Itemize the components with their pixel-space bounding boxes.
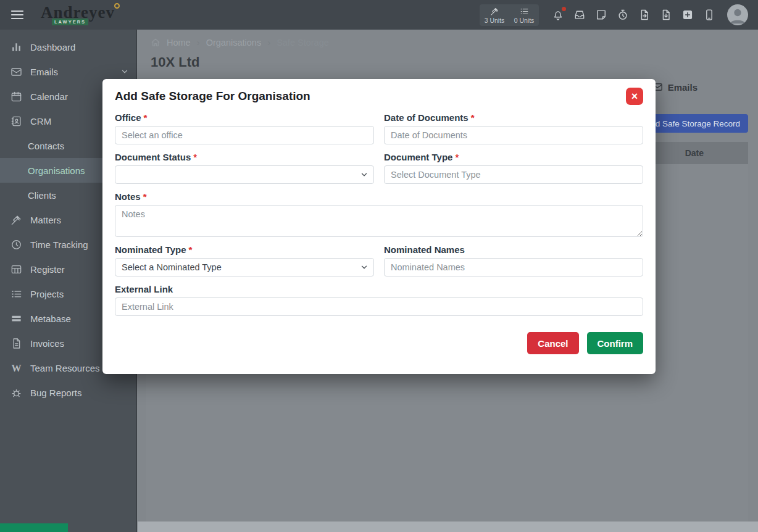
file-export-button[interactable] bbox=[638, 9, 651, 21]
sidebar-item-label: Organisations bbox=[28, 165, 85, 176]
header-actions: 3 Units 0 Units bbox=[480, 4, 748, 26]
required-asterisk: * bbox=[189, 244, 193, 255]
external-link-label: External Link bbox=[115, 284, 173, 294]
sidebar-item-label: Projects bbox=[30, 289, 64, 299]
sidebar-item-bug-reports[interactable]: Bug Reports bbox=[0, 380, 136, 405]
brand-logo[interactable]: Andreyev LAWYERS bbox=[41, 4, 115, 25]
field-external-link: External Link bbox=[115, 284, 643, 316]
file-download-button[interactable] bbox=[660, 9, 672, 21]
sidebar-item-dashboard[interactable]: Dashboard bbox=[0, 35, 136, 59]
sidebar-item-label: Invoices bbox=[30, 338, 64, 349]
required-asterisk: * bbox=[471, 112, 475, 123]
office-input[interactable] bbox=[115, 126, 374, 144]
units-counter-1[interactable]: 3 Units bbox=[480, 4, 509, 26]
date-column-header: Date bbox=[685, 148, 704, 158]
hamburger-menu-icon[interactable] bbox=[10, 7, 25, 22]
notification-badge bbox=[562, 7, 566, 11]
cancel-button[interactable]: Cancel bbox=[527, 332, 578, 354]
sidebar-item-label: Calendar bbox=[30, 91, 68, 102]
nominated-type-label: Nominated Type bbox=[115, 244, 186, 255]
close-button[interactable]: × bbox=[626, 88, 643, 105]
timer-button[interactable] bbox=[617, 9, 629, 21]
brand-tagline: LAWYERS bbox=[52, 19, 88, 25]
required-asterisk: * bbox=[144, 112, 148, 123]
sidebar-item-label: Dashboard bbox=[30, 42, 75, 52]
add-safe-storage-modal: Add Safe Storage For Organisation × Offi… bbox=[102, 79, 656, 374]
field-nominated-names: Nominated Names bbox=[384, 244, 643, 276]
field-nominated-type: Nominated Type* Select a Nominated Type bbox=[115, 244, 374, 276]
confirm-button[interactable]: Confirm bbox=[587, 332, 644, 354]
invoice-file-icon bbox=[10, 338, 22, 349]
document-status-select[interactable] bbox=[115, 165, 374, 184]
notes-label: Notes bbox=[115, 191, 141, 202]
sidebar-item-label: Emails bbox=[30, 67, 58, 77]
bug-icon bbox=[10, 387, 22, 399]
brand-ring-icon bbox=[114, 3, 120, 9]
wiki-w-icon: W bbox=[10, 362, 22, 374]
list-icon bbox=[520, 7, 529, 16]
gavel-icon bbox=[490, 7, 499, 16]
nominated-names-label: Nominated Names bbox=[384, 244, 465, 255]
notes-button[interactable] bbox=[595, 9, 607, 21]
notifications-button[interactable] bbox=[552, 9, 564, 21]
chevron-right-icon: › bbox=[197, 37, 200, 48]
avatar-person-icon bbox=[727, 4, 748, 25]
nominated-names-input[interactable] bbox=[384, 258, 643, 276]
modal-title: Add Safe Storage For Organisation bbox=[115, 89, 310, 103]
field-document-status: Document Status* bbox=[115, 152, 374, 184]
gavel-icon bbox=[10, 214, 22, 226]
breadcrumb-home[interactable]: Home bbox=[167, 38, 191, 48]
nominated-type-select[interactable]: Select a Nominated Type bbox=[115, 258, 374, 276]
required-asterisk: * bbox=[455, 152, 459, 162]
required-asterisk: * bbox=[193, 152, 197, 162]
inbox-icon bbox=[573, 9, 586, 21]
date-of-documents-label: Date of Documents bbox=[384, 112, 469, 123]
field-document-type: Document Type* bbox=[384, 152, 643, 184]
sidebar-item-label: Bug Reports bbox=[30, 388, 81, 398]
list-check-icon bbox=[10, 288, 22, 300]
field-date-of-documents: Date of Documents* bbox=[384, 112, 643, 144]
modal-form: Office* Date of Documents* Document Stat… bbox=[115, 112, 643, 316]
breadcrumb-organisations[interactable]: Organisations bbox=[206, 38, 261, 48]
breadcrumb: Home › Organisations › Safe Storage bbox=[151, 37, 329, 48]
sidebar-item-label: Contacts bbox=[28, 141, 64, 151]
stopwatch-icon bbox=[617, 9, 629, 21]
inbox-button[interactable] bbox=[573, 9, 586, 21]
field-notes: Notes* bbox=[115, 191, 643, 237]
plus-square-icon bbox=[681, 9, 694, 21]
tab-emails-label: Emails bbox=[668, 82, 698, 93]
units-counter-2-label: 0 Units bbox=[514, 17, 535, 24]
breadcrumb-safe-storage: Safe Storage bbox=[277, 38, 329, 48]
date-of-documents-input[interactable] bbox=[384, 126, 643, 144]
document-type-label: Document Type bbox=[384, 152, 452, 162]
file-download-icon bbox=[660, 9, 672, 21]
address-book-icon bbox=[10, 115, 22, 127]
modal-footer: Cancel Confirm bbox=[115, 332, 643, 354]
chevron-right-icon: › bbox=[267, 37, 270, 48]
user-avatar[interactable] bbox=[727, 4, 748, 25]
document-type-input[interactable] bbox=[384, 165, 643, 184]
chevron-down-icon bbox=[120, 67, 129, 76]
file-export-icon bbox=[638, 9, 651, 21]
units-counter-2[interactable]: 0 Units bbox=[509, 4, 539, 26]
modal-header: Add Safe Storage For Organisation × bbox=[115, 88, 643, 105]
tab-emails[interactable]: Emails bbox=[652, 81, 698, 93]
sidebar-item-label: Clients bbox=[28, 190, 56, 201]
stacked-bars-icon bbox=[10, 313, 22, 325]
mobile-icon bbox=[703, 9, 715, 21]
sidebar-item-label: Team Resources bbox=[30, 363, 100, 373]
required-asterisk: * bbox=[143, 191, 147, 202]
bottom-left-accent bbox=[0, 523, 68, 532]
sidebar-item-label: Matters bbox=[30, 215, 61, 225]
table-icon bbox=[10, 264, 22, 275]
home-icon bbox=[151, 38, 160, 48]
sidebar-item-label: Time Tracking bbox=[30, 239, 88, 250]
external-link-input[interactable] bbox=[115, 297, 643, 316]
add-new-button[interactable] bbox=[681, 9, 694, 21]
page-title: 10X Ltd bbox=[151, 54, 199, 70]
top-bar: Andreyev LAWYERS 3 Units 0 Units bbox=[0, 0, 758, 30]
unit-counters: 3 Units 0 Units bbox=[480, 4, 539, 26]
mobile-button[interactable] bbox=[703, 9, 715, 21]
notes-textarea[interactable] bbox=[115, 205, 643, 237]
dashboard-icon bbox=[10, 41, 22, 53]
